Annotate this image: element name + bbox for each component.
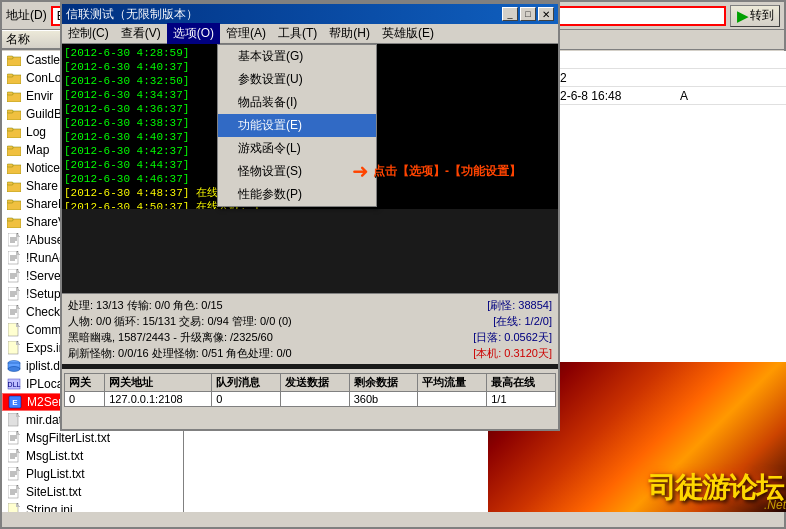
- stats-area: 处理: 13/13 传输: 0/0 角色: 0/15 [刷怪: 38854] 人…: [62, 293, 558, 364]
- svg-rect-17: [7, 200, 13, 203]
- svg-text:E: E: [12, 398, 18, 407]
- stats-line4-left: 刷新怪物: 0/0/16 处理怪物: 0/51 角色处理: 0/0: [68, 345, 292, 361]
- txt-icon: [6, 448, 22, 464]
- dat-icon: [6, 412, 22, 428]
- stats-line2-right: [在线: 1/2/0]: [493, 313, 552, 329]
- txt-icon: [6, 286, 22, 302]
- svg-rect-13: [7, 164, 13, 167]
- net-col-header: 最高在线: [487, 374, 556, 392]
- game-menubar: 控制(C)查看(V)选项(O)管理(A)工具(T)帮助(H)英雄版(E): [62, 24, 558, 44]
- network-table: 网关网关地址队列消息发送数据剩余数据平均流量最高在线0127.0.0.1:210…: [64, 373, 556, 407]
- dropdown-item-物品装备I[interactable]: 物品装备(I): [218, 91, 376, 114]
- list-item-name: Envir: [26, 89, 53, 103]
- list-item-name: Notice: [26, 161, 60, 175]
- dll-icon: DLL: [6, 376, 22, 392]
- menu-item-英雄版E[interactable]: 英雄版(E): [376, 23, 440, 44]
- network-area: 网关网关地址队列消息发送数据剩余数据平均流量最高在线0127.0.0.1:210…: [62, 369, 558, 429]
- net-col-header: 网关: [65, 374, 105, 392]
- go-button[interactable]: ▶ 转到: [730, 5, 780, 27]
- net-col-header: 队列消息: [212, 374, 281, 392]
- stats-row-1: 处理: 13/13 传输: 0/0 角色: 0/15 [刷怪: 38854]: [68, 297, 552, 313]
- dropdown-item-基本设置G[interactable]: 基本设置(G): [218, 45, 376, 68]
- txt-icon: [6, 232, 22, 248]
- dropdown-item-功能设置E[interactable]: 功能设置(E): [218, 114, 376, 137]
- list-item-name: Castle: [26, 53, 60, 67]
- annotation-arrow-icon: ➜: [352, 159, 369, 183]
- game-title: 信联测试（无限制版本）: [66, 6, 502, 23]
- svg-rect-5: [7, 92, 13, 95]
- address-label: 地址(D): [6, 7, 47, 24]
- svg-point-58: [8, 367, 20, 372]
- list-item-name: MsgList.txt: [26, 449, 83, 463]
- svg-rect-19: [7, 218, 13, 221]
- net-col-header: 发送数据: [280, 374, 349, 392]
- stats-line3-left: 黑暗幽魂, 1587/2443 - 升级离像: /2325/60: [68, 329, 273, 345]
- list-item[interactable]: MsgFilterList.txt: [2, 429, 183, 447]
- dropdown-item-性能参数P[interactable]: 性能参数(P): [218, 183, 376, 206]
- folder-icon: [6, 70, 22, 86]
- folder-icon: [6, 196, 22, 212]
- txt-icon: [6, 484, 22, 500]
- net-table-cell: 360b: [349, 392, 418, 407]
- list-item[interactable]: PlugList.txt: [2, 465, 183, 483]
- stats-line4-right: [本机: 0.3120天]: [473, 345, 552, 361]
- maximize-button[interactable]: □: [520, 7, 536, 21]
- list-item-name: PlugList.txt: [26, 467, 85, 481]
- stats-line1-right: [刷怪: 38854]: [487, 297, 552, 313]
- menu-item-控制C[interactable]: 控制(C): [62, 23, 115, 44]
- list-item[interactable]: String.ini: [2, 501, 183, 512]
- net-table-cell: 1/1: [487, 392, 556, 407]
- folder-icon: [6, 124, 22, 140]
- dropdown-item-游戏函令L[interactable]: 游戏函令(L): [218, 137, 376, 160]
- menu-item-管理A[interactable]: 管理(A): [220, 23, 272, 44]
- exe-icon: E: [7, 394, 23, 410]
- svg-rect-1: [7, 56, 13, 59]
- net-table-cell: 0: [212, 392, 281, 407]
- txt-icon: [6, 304, 22, 320]
- file-date: 2012: [540, 71, 680, 85]
- db-icon: [6, 358, 22, 374]
- txt-icon: [6, 250, 22, 266]
- folder-icon: [6, 142, 22, 158]
- close-button[interactable]: ✕: [538, 7, 554, 21]
- stats-row-2: 人物: 0/0 循环: 15/131 交易: 0/94 管理: 0/0 (0) …: [68, 313, 552, 329]
- ini-icon: [6, 502, 22, 512]
- txt-icon: [6, 466, 22, 482]
- list-item-name: mir.dat: [26, 413, 62, 427]
- stats-row-3: 黑暗幽魂, 1587/2443 - 升级离像: /2325/60 [日落: 0.…: [68, 329, 552, 345]
- net-col-header: 平均流量: [418, 374, 487, 392]
- stats-line1-left: 处理: 13/13 传输: 0/0 角色: 0/15: [68, 297, 223, 313]
- annotation: ➜ 点击【选项】-【功能设置】: [352, 159, 521, 183]
- stats-line2-left: 人物: 0/0 循环: 15/131 交易: 0/94 管理: 0/0 (0): [68, 313, 292, 329]
- net-table-cell: [418, 392, 487, 407]
- list-item-name: MsgFilterList.txt: [26, 431, 110, 445]
- list-item-name: Map: [26, 143, 49, 157]
- net-table-cell: 127.0.0.1:2108: [105, 392, 212, 407]
- net-col-header: 网关地址: [105, 374, 212, 392]
- net-table-cell: 0: [65, 392, 105, 407]
- menu-item-查看V[interactable]: 查看(V): [115, 23, 167, 44]
- folder-icon: [6, 214, 22, 230]
- titlebar-buttons: _ □ ✕: [502, 7, 554, 21]
- ini-icon: [6, 340, 22, 356]
- file-date: 2012-6-8 16:48: [540, 89, 680, 103]
- menu-item-帮助H[interactable]: 帮助(H): [323, 23, 376, 44]
- dropdown-item-参数设置U[interactable]: 参数设置(U): [218, 68, 376, 91]
- net-table-cell: [280, 392, 349, 407]
- svg-rect-9: [7, 128, 13, 131]
- folder-icon: [6, 178, 22, 194]
- folder-icon: [6, 160, 22, 176]
- txt-icon: [6, 268, 22, 284]
- folder-icon: [6, 106, 22, 122]
- net-table-row: 0127.0.0.1:21080360b1/1: [65, 392, 556, 407]
- list-item[interactable]: SiteList.txt: [2, 483, 183, 501]
- menu-item-选项O[interactable]: 选项(O): [167, 23, 220, 44]
- svg-text:DLL: DLL: [8, 381, 21, 388]
- list-item[interactable]: MsgList.txt: [2, 447, 183, 465]
- minimize-button[interactable]: _: [502, 7, 518, 21]
- list-item-name: String.ini: [26, 503, 73, 512]
- menu-item-工具T[interactable]: 工具(T): [272, 23, 323, 44]
- annotation-text: 点击【选项】-【功能设置】: [373, 163, 521, 180]
- net-col-header: 剩余数据: [349, 374, 418, 392]
- stats-row-4: 刷新怪物: 0/0/16 处理怪物: 0/51 角色处理: 0/0 [本机: 0…: [68, 345, 552, 361]
